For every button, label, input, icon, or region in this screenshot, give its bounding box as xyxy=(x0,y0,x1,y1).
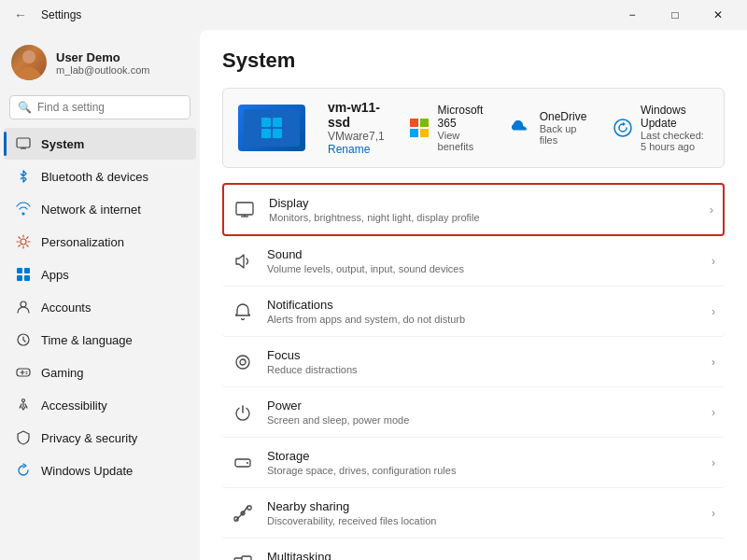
display-chevron: › xyxy=(710,203,713,217)
settings-item-focus[interactable]: Focus Reduce distractions › xyxy=(222,337,725,387)
page-title: System xyxy=(222,49,725,73)
settings-item-display[interactable]: Display Monitors, brightness, night ligh… xyxy=(222,183,725,236)
focus-desc: Reduce distractions xyxy=(267,364,698,375)
nearby-text: Nearby sharing Discoverability, received… xyxy=(267,499,698,526)
user-email: m_lab@outlook.com xyxy=(56,64,149,76)
sidebar-item-network[interactable]: Network & internet xyxy=(4,193,196,225)
gaming-icon xyxy=(15,364,32,381)
search-box[interactable]: 🔍 xyxy=(9,95,190,119)
settings-item-sound[interactable]: Sound Volume levels, output, input, soun… xyxy=(222,236,725,287)
user-profile[interactable]: User Demo m_lab@outlook.com xyxy=(0,37,200,91)
device-rename-link[interactable]: Rename xyxy=(328,143,386,156)
device-subtitle: VMware7,1 xyxy=(328,130,386,143)
sidebar-item-gaming[interactable]: Gaming xyxy=(4,357,196,388)
win-logo-q2 xyxy=(273,118,282,127)
storage-text: Storage Storage space, drives, configura… xyxy=(267,449,698,476)
sidebar-item-accounts[interactable]: Accounts xyxy=(4,291,196,323)
sidebar-label-bluetooth: Bluetooth & devices xyxy=(41,170,148,184)
storage-title: Storage xyxy=(267,449,698,463)
device-bar-items: Microsoft 365 View benefits OneDrive Bac… xyxy=(408,104,709,152)
notifications-icon xyxy=(232,301,254,323)
sidebar-label-gaming: Gaming xyxy=(41,366,84,380)
main-content: System vm-w11-ssd VMware7,1 Rename xyxy=(200,30,747,560)
power-text: Power Screen and sleep, power mode xyxy=(267,399,698,426)
focus-title: Focus xyxy=(267,348,698,362)
back-button[interactable]: ← xyxy=(7,2,34,28)
titlebar-left: ← Settings xyxy=(7,2,81,28)
device-bar: vm-w11-ssd VMware7,1 Rename Microsoft 36… xyxy=(222,88,725,168)
close-button[interactable]: ✕ xyxy=(697,0,740,30)
search-input[interactable] xyxy=(37,101,182,114)
window-controls: − □ ✕ xyxy=(611,0,740,30)
sound-text: Sound Volume levels, output, input, soun… xyxy=(267,247,698,274)
svg-rect-15 xyxy=(420,129,429,137)
sidebar-item-update[interactable]: Windows Update xyxy=(4,455,196,486)
onedrive-icon xyxy=(509,115,531,141)
svg-point-16 xyxy=(614,119,631,136)
svg-rect-6 xyxy=(17,275,22,281)
sound-icon xyxy=(232,250,254,273)
storage-desc: Storage space, drives, configuration rul… xyxy=(267,465,698,476)
search-icon: 🔍 xyxy=(18,101,32,114)
svg-rect-26 xyxy=(247,506,251,510)
windowsupdate-text: Windows Update Last checked: 5 hours ago xyxy=(641,104,709,152)
device-bar-item-microsoft365[interactable]: Microsoft 365 View benefits xyxy=(408,104,487,152)
settings-item-storage[interactable]: Storage Storage space, drives, configura… xyxy=(222,438,725,488)
windowsupdate-label: Windows Update xyxy=(641,104,709,130)
multitasking-text: Multitasking Snap windows, desktops, tas… xyxy=(267,550,698,560)
svg-point-21 xyxy=(236,356,249,369)
settings-item-multitasking[interactable]: Multitasking Snap windows, desktops, tas… xyxy=(222,539,725,560)
nav-list: System Bluetooth & devices Network & int… xyxy=(0,127,200,487)
sidebar-item-system[interactable]: System xyxy=(4,128,196,160)
sidebar-label-personalization: Personalization xyxy=(41,235,124,249)
power-desc: Screen and sleep, power mode xyxy=(267,414,698,426)
privacy-icon xyxy=(15,429,32,446)
sidebar-item-bluetooth[interactable]: Bluetooth & devices xyxy=(4,161,196,192)
sidebar-item-time[interactable]: Time & language xyxy=(4,324,196,356)
app-body: User Demo m_lab@outlook.com 🔍 System Blu… xyxy=(0,30,747,560)
sidebar-label-accessibility: Accessibility xyxy=(41,399,107,413)
maximize-button[interactable]: □ xyxy=(654,0,697,30)
svg-rect-17 xyxy=(236,203,253,215)
sidebar-label-time: Time & language xyxy=(41,333,133,347)
sidebar-item-apps[interactable]: Apps xyxy=(4,259,196,290)
device-bar-item-onedrive[interactable]: OneDrive Back up files xyxy=(509,104,590,152)
svg-point-11 xyxy=(22,399,25,402)
svg-point-8 xyxy=(21,301,26,307)
power-chevron: › xyxy=(712,406,715,419)
svg-rect-12 xyxy=(410,119,418,127)
onedrive-label: OneDrive xyxy=(540,110,590,123)
device-thumbnail xyxy=(238,105,305,151)
settings-item-nearby[interactable]: Nearby sharing Discoverability, received… xyxy=(222,488,725,539)
microsoft365-text: Microsoft 365 View benefits xyxy=(438,104,487,152)
titlebar: ← Settings − □ ✕ xyxy=(0,0,747,30)
microsoft365-icon xyxy=(408,115,430,141)
device-thumb-inner xyxy=(244,109,300,147)
update-icon xyxy=(15,462,32,479)
windows-logo xyxy=(261,118,282,138)
user-name: User Demo xyxy=(56,50,149,64)
nearby-icon xyxy=(232,502,254,525)
accounts-icon xyxy=(15,299,32,315)
sidebar-item-accessibility[interactable]: Accessibility xyxy=(4,389,196,421)
sound-title: Sound xyxy=(267,247,698,261)
svg-point-20 xyxy=(240,359,246,365)
system-icon xyxy=(15,135,32,152)
display-desc: Monitors, brightness, night light, displ… xyxy=(269,212,697,223)
device-name: vm-w11-ssd xyxy=(328,100,386,130)
settings-item-power[interactable]: Power Screen and sleep, power mode › xyxy=(222,387,725,438)
multitasking-title: Multitasking xyxy=(267,550,698,560)
settings-list: Display Monitors, brightness, night ligh… xyxy=(222,183,725,560)
notifications-desc: Alerts from apps and system, do not dist… xyxy=(267,314,698,325)
sidebar-item-privacy[interactable]: Privacy & security xyxy=(4,422,196,454)
sidebar-label-update: Windows Update xyxy=(41,464,133,478)
display-title: Display xyxy=(269,196,697,210)
device-bar-item-windowsupdate[interactable]: Windows Update Last checked: 5 hours ago xyxy=(613,104,709,152)
notifications-chevron: › xyxy=(712,305,715,318)
sidebar-item-personalization[interactable]: Personalization xyxy=(4,226,196,258)
win-logo-q3 xyxy=(261,129,271,138)
sidebar-label-privacy: Privacy & security xyxy=(41,431,137,445)
minimize-button[interactable]: − xyxy=(611,0,654,30)
svg-point-3 xyxy=(21,239,26,245)
settings-item-notifications[interactable]: Notifications Alerts from apps and syste… xyxy=(222,287,725,337)
